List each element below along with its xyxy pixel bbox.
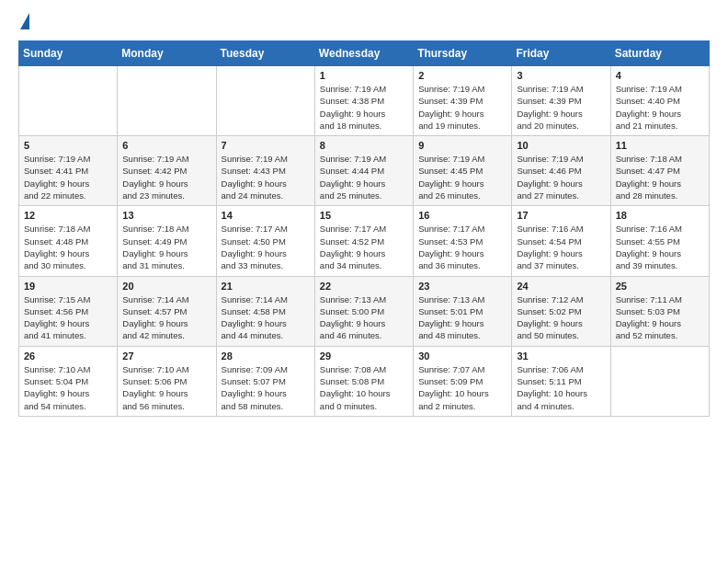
day-number: 15	[320, 210, 408, 221]
day-number: 13	[122, 210, 210, 221]
day-number: 9	[418, 140, 506, 151]
day-number: 24	[517, 281, 605, 292]
calendar-cell: 14Sunrise: 7:17 AM Sunset: 4:50 PM Dayli…	[216, 206, 314, 276]
day-info: Sunrise: 7:19 AM Sunset: 4:38 PM Dayligh…	[320, 83, 408, 132]
day-info: Sunrise: 7:13 AM Sunset: 5:00 PM Dayligh…	[320, 293, 408, 342]
week-row-3: 12Sunrise: 7:18 AM Sunset: 4:48 PM Dayli…	[19, 206, 710, 276]
day-number: 1	[320, 70, 408, 81]
day-info: Sunrise: 7:12 AM Sunset: 5:02 PM Dayligh…	[517, 293, 605, 342]
weekday-header-tuesday: Tuesday	[216, 41, 314, 66]
weekday-header-thursday: Thursday	[414, 41, 512, 66]
calendar-cell: 2Sunrise: 7:19 AM Sunset: 4:39 PM Daylig…	[414, 66, 512, 136]
day-number: 6	[122, 140, 210, 151]
calendar-cell: 25Sunrise: 7:11 AM Sunset: 5:03 PM Dayli…	[610, 276, 709, 346]
week-row-4: 19Sunrise: 7:15 AM Sunset: 4:56 PM Dayli…	[19, 276, 710, 346]
calendar-cell: 24Sunrise: 7:12 AM Sunset: 5:02 PM Dayli…	[512, 276, 610, 346]
day-info: Sunrise: 7:19 AM Sunset: 4:43 PM Dayligh…	[222, 153, 310, 201]
day-number: 30	[418, 350, 506, 362]
calendar-cell: 18Sunrise: 7:16 AM Sunset: 4:55 PM Dayli…	[610, 206, 709, 276]
calendar-cell: 19Sunrise: 7:15 AM Sunset: 4:56 PM Dayli…	[19, 276, 118, 346]
calendar-cell: 12Sunrise: 7:18 AM Sunset: 4:48 PM Dayli…	[19, 206, 118, 276]
day-number: 12	[24, 210, 112, 221]
day-info: Sunrise: 7:19 AM Sunset: 4:40 PM Dayligh…	[616, 83, 704, 132]
day-info: Sunrise: 7:19 AM Sunset: 4:41 PM Dayligh…	[24, 153, 112, 201]
day-number: 29	[320, 350, 408, 362]
calendar-cell: 3Sunrise: 7:19 AM Sunset: 4:39 PM Daylig…	[512, 66, 610, 136]
weekday-header-monday: Monday	[118, 41, 216, 66]
day-info: Sunrise: 7:13 AM Sunset: 5:01 PM Dayligh…	[418, 293, 506, 342]
day-number: 27	[122, 350, 210, 362]
day-number: 20	[122, 281, 210, 292]
weekday-header-row: SundayMondayTuesdayWednesdayThursdayFrid…	[19, 41, 710, 66]
day-number: 18	[616, 210, 704, 221]
day-info: Sunrise: 7:19 AM Sunset: 4:44 PM Dayligh…	[320, 153, 408, 201]
calendar-cell: 23Sunrise: 7:13 AM Sunset: 5:01 PM Dayli…	[414, 276, 512, 346]
calendar-cell	[118, 66, 216, 136]
day-info: Sunrise: 7:09 AM Sunset: 5:07 PM Dayligh…	[222, 363, 310, 412]
logo-triangle-icon	[20, 13, 29, 29]
calendar-cell: 28Sunrise: 7:09 AM Sunset: 5:07 PM Dayli…	[216, 346, 314, 416]
day-info: Sunrise: 7:17 AM Sunset: 4:52 PM Dayligh…	[320, 223, 408, 271]
weekday-header-sunday: Sunday	[19, 41, 118, 66]
day-info: Sunrise: 7:19 AM Sunset: 4:46 PM Dayligh…	[517, 153, 605, 201]
day-info: Sunrise: 7:16 AM Sunset: 4:54 PM Dayligh…	[517, 223, 605, 271]
day-info: Sunrise: 7:08 AM Sunset: 5:08 PM Dayligh…	[320, 363, 408, 412]
day-number: 7	[222, 140, 310, 151]
day-number: 25	[616, 281, 704, 292]
day-number: 28	[222, 350, 310, 362]
calendar-cell: 9Sunrise: 7:19 AM Sunset: 4:45 PM Daylig…	[414, 136, 512, 206]
calendar-cell: 20Sunrise: 7:14 AM Sunset: 4:57 PM Dayli…	[118, 276, 216, 346]
calendar-cell	[19, 66, 118, 136]
calendar-cell	[216, 66, 314, 136]
day-number: 31	[517, 350, 605, 362]
day-number: 16	[418, 210, 506, 221]
week-row-2: 5Sunrise: 7:19 AM Sunset: 4:41 PM Daylig…	[19, 136, 710, 206]
calendar-cell: 27Sunrise: 7:10 AM Sunset: 5:06 PM Dayli…	[118, 346, 216, 416]
weekday-header-wednesday: Wednesday	[314, 41, 413, 66]
calendar-cell: 7Sunrise: 7:19 AM Sunset: 4:43 PM Daylig…	[216, 136, 314, 206]
logo	[18, 15, 29, 29]
calendar-cell	[610, 346, 709, 416]
day-info: Sunrise: 7:19 AM Sunset: 4:39 PM Dayligh…	[517, 83, 605, 132]
day-number: 22	[320, 281, 408, 292]
calendar-cell: 5Sunrise: 7:19 AM Sunset: 4:41 PM Daylig…	[19, 136, 118, 206]
day-info: Sunrise: 7:16 AM Sunset: 4:55 PM Dayligh…	[616, 223, 704, 271]
calendar-cell: 21Sunrise: 7:14 AM Sunset: 4:58 PM Dayli…	[216, 276, 314, 346]
calendar-cell: 4Sunrise: 7:19 AM Sunset: 4:40 PM Daylig…	[610, 66, 709, 136]
day-number: 8	[320, 140, 408, 151]
day-info: Sunrise: 7:19 AM Sunset: 4:39 PM Dayligh…	[418, 83, 506, 132]
calendar-cell: 16Sunrise: 7:17 AM Sunset: 4:53 PM Dayli…	[414, 206, 512, 276]
calendar-cell: 10Sunrise: 7:19 AM Sunset: 4:46 PM Dayli…	[512, 136, 610, 206]
calendar-cell: 8Sunrise: 7:19 AM Sunset: 4:44 PM Daylig…	[314, 136, 413, 206]
calendar-cell: 26Sunrise: 7:10 AM Sunset: 5:04 PM Dayli…	[19, 346, 118, 416]
day-number: 3	[517, 70, 605, 81]
day-info: Sunrise: 7:10 AM Sunset: 5:04 PM Dayligh…	[24, 363, 112, 412]
day-info: Sunrise: 7:18 AM Sunset: 4:49 PM Dayligh…	[122, 223, 210, 271]
calendar-cell: 11Sunrise: 7:18 AM Sunset: 4:47 PM Dayli…	[610, 136, 709, 206]
calendar-cell: 15Sunrise: 7:17 AM Sunset: 4:52 PM Dayli…	[314, 206, 413, 276]
day-number: 2	[418, 70, 506, 81]
day-number: 14	[222, 210, 310, 221]
week-row-5: 26Sunrise: 7:10 AM Sunset: 5:04 PM Dayli…	[19, 346, 710, 416]
day-number: 21	[222, 281, 310, 292]
day-number: 19	[24, 281, 112, 292]
day-number: 11	[616, 140, 704, 151]
calendar-cell: 13Sunrise: 7:18 AM Sunset: 4:49 PM Dayli…	[118, 206, 216, 276]
day-info: Sunrise: 7:18 AM Sunset: 4:47 PM Dayligh…	[616, 153, 704, 201]
day-number: 17	[517, 210, 605, 221]
day-info: Sunrise: 7:06 AM Sunset: 5:11 PM Dayligh…	[517, 363, 605, 412]
calendar-cell: 29Sunrise: 7:08 AM Sunset: 5:08 PM Dayli…	[314, 346, 413, 416]
day-info: Sunrise: 7:19 AM Sunset: 4:42 PM Dayligh…	[122, 153, 210, 201]
day-info: Sunrise: 7:10 AM Sunset: 5:06 PM Dayligh…	[122, 363, 210, 412]
header	[18, 15, 710, 29]
day-info: Sunrise: 7:11 AM Sunset: 5:03 PM Dayligh…	[616, 293, 704, 342]
day-number: 23	[418, 281, 506, 292]
week-row-1: 1Sunrise: 7:19 AM Sunset: 4:38 PM Daylig…	[19, 66, 710, 136]
day-number: 5	[24, 140, 112, 151]
calendar-cell: 6Sunrise: 7:19 AM Sunset: 4:42 PM Daylig…	[118, 136, 216, 206]
day-info: Sunrise: 7:14 AM Sunset: 4:57 PM Dayligh…	[122, 293, 210, 342]
calendar-table: SundayMondayTuesdayWednesdayThursdayFrid…	[18, 40, 710, 417]
day-info: Sunrise: 7:18 AM Sunset: 4:48 PM Dayligh…	[24, 223, 112, 271]
day-info: Sunrise: 7:14 AM Sunset: 4:58 PM Dayligh…	[222, 293, 310, 342]
day-info: Sunrise: 7:17 AM Sunset: 4:50 PM Dayligh…	[222, 223, 310, 271]
